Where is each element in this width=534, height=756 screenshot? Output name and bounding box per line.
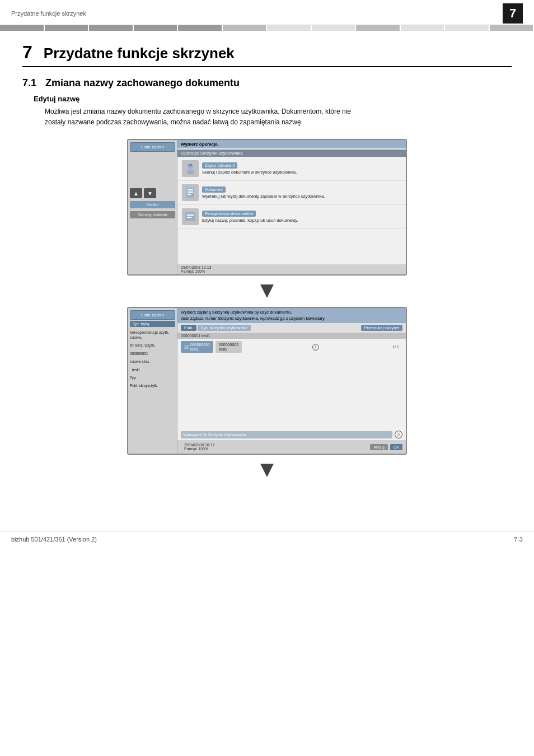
lista-zadan-btn-2[interactable]: Lista zadań [130, 310, 175, 320]
anuluj-btn[interactable]: Anuluj [370, 444, 387, 450]
page-footer: bizhub 501/421/361 (Version 2) 7-3 [0, 531, 534, 547]
seg12 [490, 25, 535, 31]
screen1-area: Lista zadań ▲ ▼ Koniec Szczeg. zadania W… [22, 139, 512, 486]
svg-rect-8 [187, 214, 194, 216]
doc2-name: test2 [219, 347, 238, 351]
badge-2: 2 [395, 431, 402, 438]
chapter-heading: 7 Przydatne funkcje skrzynek [22, 42, 512, 67]
doc1-info: 000000001 test1 [190, 343, 210, 351]
svg-rect-5 [188, 192, 193, 193]
screen1-empty-label2 [130, 166, 175, 170]
typ-label: Typ [130, 376, 175, 380]
screen2-left-panel: Lista zadań Spr. trybę korespondencja uż… [128, 308, 177, 454]
svg-rect-2 [189, 164, 192, 166]
arrow-up-btn[interactable]: ▲ [130, 188, 142, 198]
lista-zadan-btn-1[interactable]: Lista zadań [130, 142, 175, 152]
screen1-op2-btn[interactable]: Dokument [202, 186, 226, 193]
screen1-left-panel: Lista zadań ▲ ▼ Koniec Szczeg. zadania [128, 140, 177, 274]
body-text: Możliwa jest zmiana nazwy dokumentu zach… [45, 106, 512, 128]
doc2-id: 000000002 [219, 343, 238, 347]
seg1 [0, 25, 45, 31]
doc2-item[interactable]: 000000002 test2 [216, 341, 242, 353]
screen1-op3-text: Edytuj nazwę, przenieś, kopiuj lub usuń … [202, 218, 401, 223]
chapter-num: 7 [22, 42, 32, 63]
top-rule: Przydatne funkcje skrzynek 7 [0, 0, 534, 25]
arrow-down-2 [256, 459, 278, 482]
section-title: Zmiana nazwy zachowanego dokumentu [45, 77, 240, 89]
screen1-op2-info: Dokument Wydrukuj lub wyślij dokumenty z… [202, 186, 401, 199]
nazwa-label: nazwa skrz. [130, 360, 175, 364]
koniec-btn[interactable]: Koniec [130, 201, 175, 208]
szczeg-btn[interactable]: Szczeg. zadania [130, 211, 175, 218]
screen2-header: Wybierz żądaną Skrzynkę użytkownika by u… [177, 308, 406, 323]
screen1-op1-btn[interactable]: Zapisz dokument [202, 162, 237, 169]
screen1-op1-info: Zapisz dokument Skanuj i zapisz dokument… [202, 162, 401, 175]
nazwa-value: test1 [130, 368, 175, 372]
seg6 [223, 25, 268, 31]
seg4 [134, 25, 179, 31]
doc1-name: test1 [190, 347, 210, 351]
seg5 [178, 25, 223, 31]
screen2-inner: Lista zadań Spr. trybę korespondencja uż… [128, 308, 406, 454]
spr-trybe-btn[interactable]: Spr. trybę [130, 321, 175, 327]
chapter-number-badge: 7 [503, 3, 523, 24]
page-num: 7-3 [514, 536, 523, 543]
publ-tab[interactable]: Publ. [181, 325, 196, 331]
input-row: Wprowadź Nr Skrzynki Użytkownika 2 [177, 429, 406, 440]
btn-row-bottom: 29/04/2008 10:17 Pamięć 100% Anuluj OK [177, 440, 406, 454]
arrow-down-1 [256, 280, 278, 302]
screen1-inner: Lista zadań ▲ ▼ Koniec Szczeg. zadania W… [128, 140, 406, 274]
sys-tab[interactable]: Sys. skrzynka użytkownika [198, 325, 251, 331]
progress-bar [0, 25, 534, 31]
seg9 [356, 25, 401, 31]
seg7 [267, 25, 312, 31]
svg-rect-4 [188, 189, 193, 190]
screen1-header: Wybierz operacje. [177, 140, 406, 148]
doc1-id: 000000001 [190, 343, 210, 347]
screen1-op2-text: Wydrukuj lub wyślij dokumenty zapisane w… [202, 194, 401, 199]
przeszukaj-tab[interactable]: Przeszukaj skrzynef [361, 325, 402, 331]
screen1-op3-row: Reorganizacja dokumentów Edytuj nazwę, p… [177, 205, 406, 229]
nr-label: Nr Skrz. Użytk. [130, 343, 175, 348]
screen1-empty-label [130, 157, 175, 161]
doc1-item[interactable]: ☑ 000000001 test1 [181, 341, 213, 353]
breadcrumb: Przydatne funkcje skrzynek [11, 10, 503, 17]
product-name: bizhub 501/421/361 (Version 2) [11, 536, 97, 543]
svg-rect-6 [188, 194, 191, 195]
svg-marker-10 [260, 284, 274, 298]
korespondencja-label: korespondencja użytk. nazwa. [130, 330, 175, 340]
screen2-right-panel: Wybierz żądaną Skrzynkę użytkownika by u… [177, 308, 406, 454]
chapter-title: Przydatne funkcje skrzynek [44, 45, 235, 62]
ok-btn[interactable]: OK [390, 444, 402, 450]
screen1-op2-icon [182, 184, 199, 201]
seg8 [312, 25, 357, 31]
svg-marker-11 [260, 464, 274, 477]
section-heading: 7.1 Zmiana nazwy zachowanego dokumentu [22, 77, 512, 89]
sub-heading: Edytuj nazwę [34, 95, 512, 103]
screen1-right-panel: Wybierz operacje. Operacje Skrzynki użyt… [177, 140, 406, 274]
page-num: 1/ 1 [389, 344, 402, 350]
seg2 [45, 25, 90, 31]
device-screen-2: Lista zadań Spr. trybę korespondencja uż… [127, 307, 407, 455]
screen2-footer: 29/04/2008 10:17 Pamięć 100% [181, 442, 218, 452]
nr-value: 000000001 [130, 352, 175, 356]
spacer [177, 355, 406, 429]
screen1-op1-text: Skanuj i zapisz dokument w skrzynce użyt… [202, 170, 401, 175]
arrow-down-btn[interactable]: ▼ [144, 188, 156, 198]
svg-rect-1 [187, 170, 194, 174]
screen1-op2-row: Dokument Wydrukuj lub wyślij dokumenty z… [177, 181, 406, 205]
seg11 [445, 25, 490, 31]
screen1-op3-info: Reorganizacja dokumentów Edytuj nazwę, p… [202, 211, 401, 223]
tab-row: Publ. Sys. skrzynka użytkownika Przeszuk… [177, 323, 406, 333]
input-field[interactable]: Wprowadź Nr Skrzynki Użytkownika [181, 431, 392, 438]
typ-value: Publ. skrzy.użytk. [130, 384, 175, 388]
screen1-op3-icon [182, 208, 199, 225]
doc2-info: 000000002 test2 [219, 343, 238, 351]
screen1-op3-btn[interactable]: Reorganizacja dokumentów [202, 211, 256, 217]
svg-rect-9 [187, 217, 191, 218]
screen1-op1-icon [182, 160, 199, 177]
doc-list-area: ☑ 000000001 test1 000000002 test2 [177, 339, 406, 355]
badge-1: 1 [312, 344, 319, 351]
arrow-row: ▲ ▼ [130, 188, 175, 198]
screen1-section-header: Operacje Skrzynki użytkownika [177, 150, 406, 157]
